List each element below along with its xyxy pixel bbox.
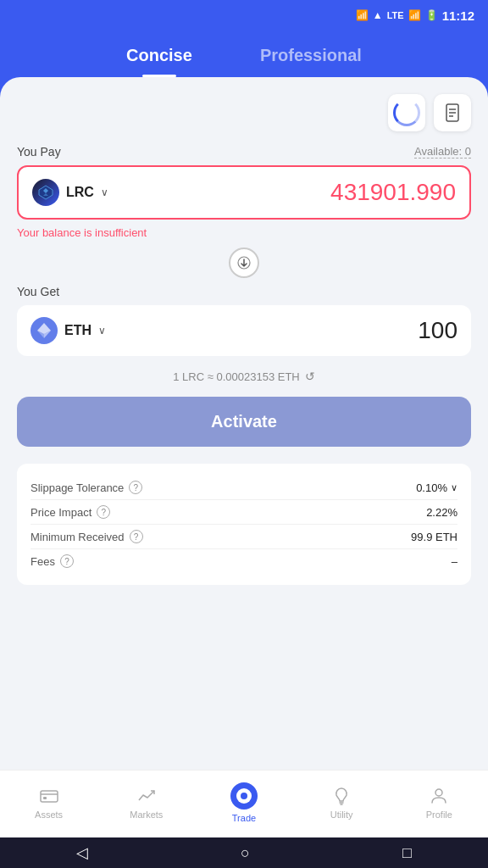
you-get-label: You Get [17, 285, 471, 298]
svg-rect-12 [43, 797, 47, 799]
tab-concise[interactable]: Concise [92, 37, 226, 77]
fees-row: Fees ? – [30, 549, 458, 573]
document-icon [444, 103, 461, 122]
price-impact-value: 2.22% [426, 506, 458, 519]
android-navigation-bar: ◁ ○ □ [0, 837, 488, 868]
nav-item-markets[interactable]: Markets [121, 786, 172, 820]
battery-icon: 🔋 [425, 9, 438, 21]
slippage-value: 0.10% ∨ [416, 481, 458, 494]
document-icon-btn[interactable] [434, 94, 471, 131]
insufficient-balance-msg: Your balance is insufficient [17, 226, 471, 239]
recent-button[interactable]: □ [402, 844, 412, 862]
eth-logo [30, 317, 58, 344]
lrc-logo [32, 179, 59, 206]
price-impact-help-icon[interactable]: ? [97, 505, 110, 519]
tab-bar: Concise Professional [0, 31, 488, 77]
slippage-label: Slippage Tolerance ? [30, 481, 142, 494]
loader-icon [393, 99, 420, 126]
top-icons-row [17, 94, 471, 131]
lte-label: LTE [387, 10, 404, 20]
min-received-row: Minimum Received ? 99.9 ETH [30, 525, 458, 549]
home-button[interactable]: ○ [241, 844, 250, 862]
exchange-rate-text: 1 LRC ≈ 0.00023153 ETH [173, 370, 300, 383]
markets-nav-label: Markets [130, 810, 163, 820]
wifi-icon: ▲ [373, 9, 383, 21]
available-balance: Available: 0 [414, 145, 471, 159]
fees-label: Fees ? [30, 554, 74, 568]
settings-icon-btn[interactable] [388, 94, 425, 131]
pay-token-selector[interactable]: LRC ∨ [32, 179, 108, 206]
swap-arrow-area[interactable] [17, 248, 471, 278]
markets-icon [136, 786, 157, 806]
slippage-help-icon[interactable]: ? [129, 481, 142, 494]
back-button[interactable]: ◁ [76, 843, 88, 862]
pay-input-box[interactable]: LRC ∨ 431901.990 [17, 165, 471, 220]
pay-amount-value[interactable]: 431901.990 [330, 179, 456, 206]
status-icons: 📶 ▲ LTE 📶 🔋 11:12 [356, 8, 474, 23]
refresh-icon[interactable]: ↺ [305, 370, 315, 383]
get-amount-value[interactable]: 100 [418, 317, 458, 344]
exchange-rate-row: 1 LRC ≈ 0.00023153 ETH ↺ [17, 370, 471, 383]
trade-details: Slippage Tolerance ? 0.10% ∨ Price Impac… [17, 464, 471, 585]
pay-token-chevron: ∨ [101, 186, 108, 198]
utility-nav-label: Utility [330, 810, 353, 820]
profile-icon [429, 786, 449, 806]
utility-icon [331, 786, 352, 806]
signal-icon: 📶 [408, 9, 421, 21]
trade-icon [230, 782, 258, 810]
bottom-navigation: Assets Markets Trade Utility Profile [0, 770, 488, 837]
nav-item-utility[interactable]: Utility [316, 786, 367, 820]
time-display: 11:12 [442, 8, 474, 23]
nav-item-profile[interactable]: Profile [413, 786, 464, 820]
slippage-chevron[interactable]: ∨ [451, 482, 458, 493]
swap-button[interactable] [229, 248, 259, 278]
status-bar: 📶 ▲ LTE 📶 🔋 11:12 [0, 0, 488, 31]
fees-value: – [452, 555, 458, 568]
activate-button[interactable]: Activate [17, 397, 471, 447]
min-received-label: Minimum Received ? [30, 530, 143, 543]
nav-item-assets[interactable]: Assets [24, 786, 75, 820]
price-impact-label: Price Impact ? [30, 505, 110, 519]
get-token-selector[interactable]: ETH ∨ [30, 317, 106, 344]
you-pay-label: You Pay [17, 145, 61, 159]
main-card: You Pay Available: 0 LRC ∨ 431901.990 Yo… [0, 77, 488, 865]
get-token-name: ETH [64, 323, 92, 338]
trade-nav-label: Trade [232, 813, 256, 823]
assets-nav-label: Assets [35, 810, 63, 820]
svg-rect-11 [41, 791, 58, 802]
down-arrow-icon [237, 256, 251, 270]
get-token-chevron: ∨ [98, 325, 106, 337]
assets-icon [39, 786, 59, 806]
pay-token-name: LRC [66, 185, 94, 200]
nav-item-trade[interactable]: Trade [219, 782, 269, 823]
get-input-box[interactable]: ETH ∨ 100 [17, 305, 471, 356]
svg-point-13 [435, 789, 442, 796]
slippage-row: Slippage Tolerance ? 0.10% ∨ [30, 476, 458, 500]
you-pay-section-header: You Pay Available: 0 [17, 145, 471, 159]
profile-nav-label: Profile [426, 810, 452, 820]
phone-icon: 📶 [356, 9, 369, 21]
min-received-help-icon[interactable]: ? [130, 530, 143, 543]
tab-professional[interactable]: Professional [226, 37, 396, 77]
fees-help-icon[interactable]: ? [60, 554, 74, 568]
min-received-value: 99.9 ETH [411, 531, 458, 543]
price-impact-row: Price Impact ? 2.22% [30, 500, 458, 525]
